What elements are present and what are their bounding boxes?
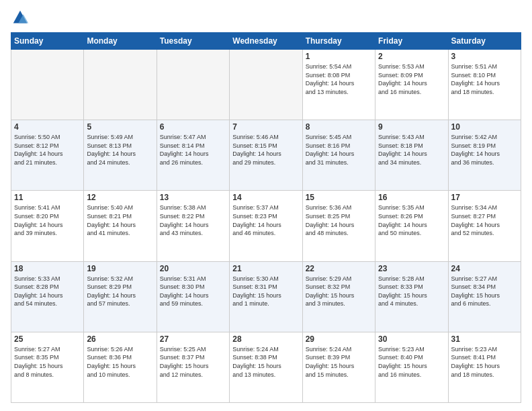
calendar-cell: 15Sunrise: 5:36 AM Sunset: 8:25 PM Dayli… [302, 191, 375, 261]
calendar-cell: 26Sunrise: 5:26 AM Sunset: 8:36 PM Dayli… [84, 332, 157, 402]
day-info: Sunrise: 5:53 AM Sunset: 8:09 PM Dayligh… [378, 62, 445, 96]
day-info: Sunrise: 5:43 AM Sunset: 8:18 PM Dayligh… [378, 133, 445, 167]
logo-icon [11, 8, 30, 27]
calendar-cell: 9Sunrise: 5:43 AM Sunset: 8:18 PM Daylig… [375, 120, 448, 191]
day-info: Sunrise: 5:30 AM Sunset: 8:31 PM Dayligh… [232, 275, 299, 308]
day-info: Sunrise: 5:34 AM Sunset: 8:27 PM Dayligh… [451, 203, 518, 237]
calendar-cell: 7Sunrise: 5:46 AM Sunset: 8:15 PM Daylig… [230, 120, 302, 191]
day-number: 27 [160, 334, 226, 344]
day-number: 30 [378, 334, 445, 344]
day-info: Sunrise: 5:23 AM Sunset: 8:40 PM Dayligh… [378, 345, 445, 379]
day-info: Sunrise: 5:27 AM Sunset: 8:35 PM Dayligh… [14, 345, 81, 379]
day-info: Sunrise: 5:47 AM Sunset: 8:14 PM Dayligh… [160, 133, 226, 167]
day-info: Sunrise: 5:28 AM Sunset: 8:33 PM Dayligh… [378, 275, 445, 308]
calendar-week-1: 1Sunrise: 5:54 AM Sunset: 8:08 PM Daylig… [11, 50, 521, 120]
day-info: Sunrise: 5:27 AM Sunset: 8:34 PM Dayligh… [451, 275, 518, 308]
page: SundayMondayTuesdayWednesdayThursdayFrid… [0, 0, 532, 411]
calendar-cell: 27Sunrise: 5:25 AM Sunset: 8:37 PM Dayli… [157, 332, 229, 402]
day-info: Sunrise: 5:26 AM Sunset: 8:36 PM Dayligh… [87, 345, 153, 379]
calendar-cell: 29Sunrise: 5:24 AM Sunset: 8:39 PM Dayli… [302, 332, 375, 402]
col-header-saturday: Saturday [448, 33, 521, 50]
calendar-cell [230, 50, 302, 120]
calendar-cell: 28Sunrise: 5:24 AM Sunset: 8:38 PM Dayli… [230, 332, 302, 402]
day-info: Sunrise: 5:31 AM Sunset: 8:30 PM Dayligh… [160, 275, 226, 308]
calendar-cell: 12Sunrise: 5:40 AM Sunset: 8:21 PM Dayli… [84, 191, 157, 261]
day-info: Sunrise: 5:29 AM Sunset: 8:32 PM Dayligh… [306, 275, 372, 308]
calendar-cell: 5Sunrise: 5:49 AM Sunset: 8:13 PM Daylig… [84, 120, 157, 191]
day-info: Sunrise: 5:41 AM Sunset: 8:20 PM Dayligh… [14, 203, 81, 237]
day-number: 26 [87, 334, 153, 344]
calendar-cell: 11Sunrise: 5:41 AM Sunset: 8:20 PM Dayli… [11, 191, 84, 261]
day-info: Sunrise: 5:32 AM Sunset: 8:29 PM Dayligh… [87, 275, 153, 308]
header [11, 8, 521, 27]
day-number: 29 [306, 334, 372, 344]
calendar-cell: 8Sunrise: 5:45 AM Sunset: 8:16 PM Daylig… [302, 120, 375, 191]
day-number: 15 [306, 193, 372, 202]
day-info: Sunrise: 5:45 AM Sunset: 8:16 PM Dayligh… [306, 133, 372, 167]
day-number: 1 [306, 52, 372, 61]
day-info: Sunrise: 5:46 AM Sunset: 8:15 PM Dayligh… [232, 133, 299, 167]
calendar-cell: 21Sunrise: 5:30 AM Sunset: 8:31 PM Dayli… [230, 261, 302, 332]
day-info: Sunrise: 5:38 AM Sunset: 8:22 PM Dayligh… [160, 203, 226, 237]
calendar-cell: 18Sunrise: 5:33 AM Sunset: 8:28 PM Dayli… [11, 261, 84, 332]
calendar-cell: 22Sunrise: 5:29 AM Sunset: 8:32 PM Dayli… [302, 261, 375, 332]
day-info: Sunrise: 5:35 AM Sunset: 8:26 PM Dayligh… [378, 203, 445, 237]
col-header-wednesday: Wednesday [230, 33, 302, 50]
day-number: 4 [14, 122, 81, 132]
calendar-week-5: 25Sunrise: 5:27 AM Sunset: 8:35 PM Dayli… [11, 332, 521, 402]
calendar-cell: 20Sunrise: 5:31 AM Sunset: 8:30 PM Dayli… [157, 261, 229, 332]
day-number: 25 [14, 334, 81, 344]
calendar-cell: 13Sunrise: 5:38 AM Sunset: 8:22 PM Dayli… [157, 191, 229, 261]
day-number: 2 [378, 52, 445, 61]
day-info: Sunrise: 5:36 AM Sunset: 8:25 PM Dayligh… [306, 203, 372, 237]
day-info: Sunrise: 5:25 AM Sunset: 8:37 PM Dayligh… [160, 345, 226, 379]
calendar-cell: 23Sunrise: 5:28 AM Sunset: 8:33 PM Dayli… [375, 261, 448, 332]
calendar-cell: 17Sunrise: 5:34 AM Sunset: 8:27 PM Dayli… [448, 191, 521, 261]
calendar-cell: 4Sunrise: 5:50 AM Sunset: 8:12 PM Daylig… [11, 120, 84, 191]
day-info: Sunrise: 5:23 AM Sunset: 8:41 PM Dayligh… [451, 345, 518, 379]
day-number: 3 [451, 52, 518, 61]
col-header-sunday: Sunday [11, 33, 84, 50]
day-number: 11 [14, 193, 81, 202]
day-info: Sunrise: 5:51 AM Sunset: 8:10 PM Dayligh… [451, 62, 518, 96]
day-number: 20 [160, 264, 226, 273]
day-number: 28 [232, 334, 299, 344]
day-number: 22 [306, 264, 372, 273]
day-number: 5 [87, 122, 153, 132]
col-header-thursday: Thursday [302, 33, 375, 50]
day-number: 19 [87, 264, 153, 273]
day-number: 18 [14, 264, 81, 273]
day-number: 31 [451, 334, 518, 344]
day-number: 9 [378, 122, 445, 132]
day-number: 23 [378, 264, 445, 273]
calendar-cell: 24Sunrise: 5:27 AM Sunset: 8:34 PM Dayli… [448, 261, 521, 332]
calendar-cell: 31Sunrise: 5:23 AM Sunset: 8:41 PM Dayli… [448, 332, 521, 402]
col-header-monday: Monday [84, 33, 157, 50]
day-info: Sunrise: 5:33 AM Sunset: 8:28 PM Dayligh… [14, 275, 81, 308]
day-number: 21 [232, 264, 299, 273]
calendar-cell: 1Sunrise: 5:54 AM Sunset: 8:08 PM Daylig… [302, 50, 375, 120]
day-info: Sunrise: 5:42 AM Sunset: 8:19 PM Dayligh… [451, 133, 518, 167]
day-number: 13 [160, 193, 226, 202]
day-number: 14 [232, 193, 299, 202]
calendar-cell: 16Sunrise: 5:35 AM Sunset: 8:26 PM Dayli… [375, 191, 448, 261]
calendar-week-2: 4Sunrise: 5:50 AM Sunset: 8:12 PM Daylig… [11, 120, 521, 191]
day-info: Sunrise: 5:54 AM Sunset: 8:08 PM Dayligh… [306, 62, 372, 96]
day-number: 8 [306, 122, 372, 132]
day-number: 6 [160, 122, 226, 132]
col-header-friday: Friday [375, 33, 448, 50]
calendar-cell [11, 50, 84, 120]
calendar-cell [157, 50, 229, 120]
col-header-tuesday: Tuesday [157, 33, 229, 50]
calendar-cell [84, 50, 157, 120]
calendar-cell: 30Sunrise: 5:23 AM Sunset: 8:40 PM Dayli… [375, 332, 448, 402]
day-info: Sunrise: 5:24 AM Sunset: 8:38 PM Dayligh… [232, 345, 299, 379]
calendar-cell: 10Sunrise: 5:42 AM Sunset: 8:19 PM Dayli… [448, 120, 521, 191]
calendar-table: SundayMondayTuesdayWednesdayThursdayFrid… [11, 32, 521, 403]
calendar-cell: 6Sunrise: 5:47 AM Sunset: 8:14 PM Daylig… [157, 120, 229, 191]
logo [11, 8, 32, 27]
day-number: 12 [87, 193, 153, 202]
calendar-cell: 25Sunrise: 5:27 AM Sunset: 8:35 PM Dayli… [11, 332, 84, 402]
calendar-week-4: 18Sunrise: 5:33 AM Sunset: 8:28 PM Dayli… [11, 261, 521, 332]
day-info: Sunrise: 5:40 AM Sunset: 8:21 PM Dayligh… [87, 203, 153, 237]
